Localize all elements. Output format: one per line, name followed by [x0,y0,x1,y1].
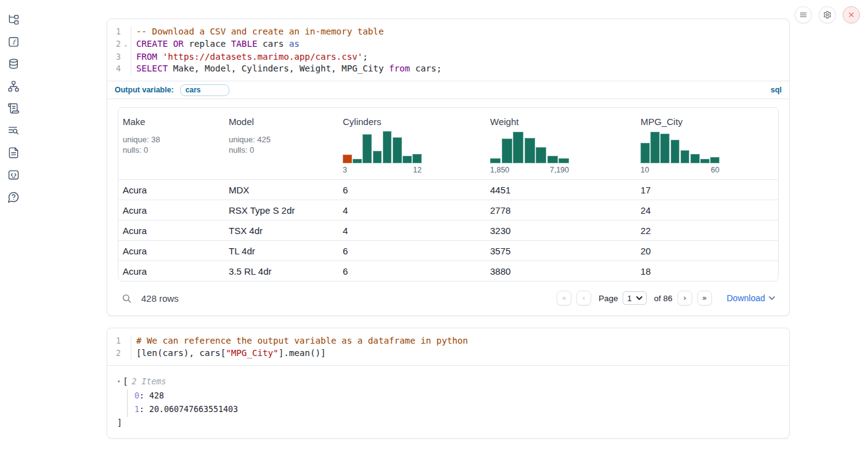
hamburger-icon [799,10,808,19]
open-bracket: [ [123,375,128,388]
menu-button[interactable] [795,6,812,23]
table-row[interactable]: AcuraMDX6445117 [118,179,778,200]
code-line[interactable]: 4SELECT Make, Model, Cylinders, Weight, … [107,63,789,75]
table-cell: 18 [636,266,778,277]
table-cell: 6 [338,185,486,195]
help-icon[interactable] [7,191,20,203]
prev-page-button[interactable]: ‹ [576,291,591,305]
python-cell: 1# We can reference the output variable … [107,328,790,438]
table-row[interactable]: AcuraTL 4dr6357520 [118,240,778,261]
table-cell: 4451 [486,185,636,195]
page-label: Page [599,294,618,303]
data-table: Makeunique: 38nulls: 0Modelunique: 425nu… [118,107,779,281]
histogram-bar [660,134,669,163]
histogram-bar [559,158,569,163]
page-select[interactable]: 1 [623,291,646,305]
histogram-axis-labels: 312 [343,166,422,174]
search-icon[interactable] [121,293,132,304]
column-histogram[interactable] [641,131,719,163]
logs-icon[interactable] [7,124,20,137]
table-row[interactable]: AcuraTSX 4dr4323022 [118,220,778,240]
histogram-axis-labels: 1060 [641,166,719,174]
language-badge: sql [771,86,782,94]
histogram-bar [362,134,372,163]
histogram-bar [383,131,392,163]
output-variable-input[interactable] [180,84,229,96]
documentation-icon[interactable] [7,147,20,159]
column-header: MPG_City1060 [636,108,778,179]
column-name[interactable]: Cylinders [343,116,481,127]
table-cell: 3.5 RL 4dr [224,266,338,277]
column-name[interactable]: Weight [490,116,632,127]
page-select-value: 1 [627,294,631,303]
histogram-bar [393,137,402,163]
table-cell: 22 [636,225,778,236]
table-cell: 2778 [486,205,636,216]
python-code-editor[interactable]: 1# We can reference the output variable … [107,328,789,365]
table-row[interactable]: Acura3.5 RL 4dr6388018 [118,261,778,281]
code-line[interactable]: 3FROM 'https://datasets.marimo.app/cars.… [107,51,789,63]
next-page-button[interactable]: › [678,291,692,305]
column-stats: unique: 38nulls: 0 [123,135,220,155]
table-cell: 24 [636,205,778,216]
output-variable-row: Output variable: sql [107,81,789,99]
histogram-bar [671,140,680,163]
histogram-bar [700,159,710,163]
table-cell: TSX 4dr [224,225,338,236]
pagination: « ‹ Page 1 of 86 › » [557,291,712,305]
last-page-button[interactable]: » [697,291,712,305]
table-cell: Acura [118,185,224,195]
table-cell: MDX [224,185,338,195]
histogram-bar [490,158,501,163]
code-line[interactable]: 1-- Download a CSV and create an in-memo… [107,26,789,38]
column-name[interactable]: Model [229,116,334,127]
table-cell: RSX Type S 2dr [224,205,338,216]
column-name[interactable]: Make [123,116,220,127]
shutdown-button[interactable] [843,6,860,23]
file-explorer-icon[interactable] [7,14,20,26]
first-page-button[interactable]: « [557,291,571,305]
code-line[interactable]: 2⌄CREATE OR replace TABLE cars as [107,38,789,51]
settings-button[interactable] [819,6,836,23]
entry-value: 20.060747663551403 [149,405,238,414]
histogram-bar [536,147,546,164]
histogram-bar [710,157,719,164]
histogram-bar [650,132,660,163]
column-header: Modelunique: 425nulls: 0 [224,108,338,179]
table-row[interactable]: AcuraRSX Type S 2dr4277824 [118,200,778,220]
download-button[interactable]: Download [727,293,775,303]
close-bracket: ] [117,417,779,429]
fold-chevron-icon[interactable]: ⌄ [121,38,131,51]
dependency-graph-icon[interactable] [7,80,20,92]
column-histogram[interactable] [490,131,569,163]
code-line[interactable]: 1# We can reference the output variable … [107,335,789,347]
entry-value: 428 [149,391,164,400]
table-cell: TL 4dr [224,246,338,256]
table-cell: Acura [118,266,224,277]
row-count: 428 rows [141,293,179,304]
sql-cell: 1-- Download a CSV and create an in-memo… [107,18,790,316]
snippets-icon[interactable] [7,169,20,181]
table-cell: Acura [118,246,224,256]
histogram-bar [403,156,412,163]
svg-text:f: f [12,39,17,46]
table-cell: Acura [118,225,224,236]
fold-gutter [121,335,131,347]
code-line[interactable]: 2[len(cars), cars["MPG_City"].mean()] [107,347,789,360]
scratchpad-icon[interactable] [7,102,20,115]
datasources-icon[interactable] [7,58,20,70]
column-header: Makeunique: 38nulls: 0 [118,108,224,179]
histogram-bar [525,138,535,163]
chevron-down-icon [769,296,775,301]
table-cell: 6 [338,246,486,256]
collapse-chevron-icon[interactable]: ▾ [117,375,120,388]
table-cell: 4 [338,205,486,216]
variables-icon[interactable]: f [7,36,20,48]
table-header: Makeunique: 38nulls: 0Modelunique: 425nu… [118,108,778,179]
column-name[interactable]: MPG_City [641,116,774,127]
column-header: Cylinders312 [338,108,486,179]
download-label: Download [727,293,765,303]
column-histogram[interactable] [343,131,422,163]
sql-code-editor[interactable]: 1-- Download a CSV and create an in-memo… [107,19,789,81]
python-cell-output: ▾ [ 2 Items 0: 4281: 20.060747663551403 … [107,366,789,438]
